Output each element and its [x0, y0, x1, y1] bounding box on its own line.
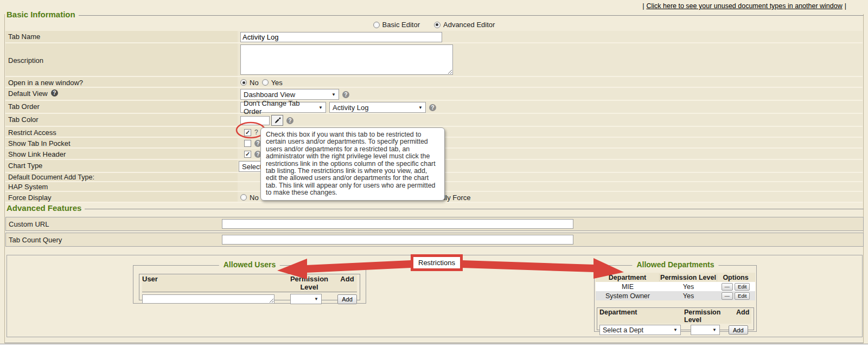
default-view-label: Default View [8, 89, 48, 98]
tab-order-row: Tab Order Don't Change Tab Order ▼ Activ… [5, 101, 863, 114]
force-display-no-option[interactable]: No [240, 194, 259, 202]
force-display-label: Force Display [5, 192, 238, 202]
chart-type-label: Chart Type [5, 160, 238, 172]
show-tab-in-pocket-label: Show Tab In Pocket [5, 138, 238, 147]
table-row: MIE Yes — Edit [596, 282, 755, 291]
tab-color-label: Tab Color [5, 114, 238, 126]
add-department-input-row: Select a Dept ▼ ▼ Add [599, 325, 751, 335]
allowed-departments-table: Department Permission Level Options MIE … [596, 273, 755, 300]
department-column-header: Department [596, 274, 660, 281]
tab-count-query-row: Tab Count Query [5, 233, 864, 247]
show-link-header-label: Show Link Header [5, 149, 238, 159]
top-link-bar: |Click here to see your unused document … [640, 2, 848, 10]
advanced-editor-radio[interactable] [434, 22, 441, 28]
pipe-separator: | [642, 2, 644, 10]
edit-department-button[interactable]: Edit [735, 292, 750, 300]
open-window-yes-radio[interactable] [262, 79, 269, 86]
table-row: System Owner Yes — Edit [596, 291, 755, 300]
add-user-button[interactable]: Add [337, 294, 357, 304]
basic-editor-label: Basic Editor [382, 21, 420, 29]
default-view-row: Default View ? Dashboard View ▼ ? [5, 88, 863, 101]
department-select-value: Select a Dept [603, 326, 643, 334]
help-icon[interactable]: ? [342, 91, 349, 98]
allowed-users-table: User Permission Level Add ▼ Add [139, 274, 360, 300]
unused-document-types-link[interactable]: Click here to see your unused document t… [646, 2, 842, 10]
checkmark-icon: ✓ [245, 151, 250, 157]
open-window-no-radio[interactable] [240, 79, 247, 86]
user-permission-select[interactable]: ▼ [290, 294, 322, 304]
open-new-window-label: Open in a new window? [5, 77, 238, 87]
default-document-add-type-label: Default Document Add Type: [5, 173, 238, 181]
eyedropper-icon [273, 117, 282, 125]
custom-url-row: Custom URL [5, 217, 864, 231]
restrict-access-label: Restrict Access [5, 127, 238, 137]
department-cell: System Owner [596, 292, 660, 300]
open-window-yes-option[interactable]: Yes [262, 79, 283, 87]
tab-count-query-input[interactable] [222, 235, 573, 245]
description-textarea[interactable] [240, 44, 453, 75]
color-picker-button[interactable] [271, 115, 283, 126]
default-view-value: Dashboard View [244, 91, 295, 99]
force-display-no-label: No [250, 194, 259, 202]
tab-name-input[interactable] [240, 32, 442, 42]
permission-level-column-header: Permission Level [660, 274, 717, 281]
tab-order-mode-select[interactable]: Don't Change Tab Order ▼ [240, 102, 326, 113]
permission-cell: Yes [660, 292, 717, 300]
description-row: Description [5, 43, 863, 77]
allowed-departments-panel: Allowed Departments Department Permissio… [594, 265, 757, 332]
department-select[interactable]: Select a Dept ▼ [599, 325, 681, 335]
dropdown-arrow-icon: ▼ [673, 327, 678, 332]
default-view-select[interactable]: Dashboard View ▼ [240, 89, 339, 100]
section-title: Advanced Features [4, 203, 85, 213]
advanced-editor-option[interactable]: Advanced Editor [434, 21, 495, 29]
add-department-button[interactable]: Add [729, 325, 748, 335]
basic-information-section-header: Basic Information [4, 10, 864, 19]
remove-department-button[interactable]: — [722, 292, 733, 300]
tab-order-target-select[interactable]: Activity Log ▼ [329, 102, 426, 113]
remove-department-button[interactable]: — [722, 283, 733, 291]
tab-editor-page: |Click here to see your unused document … [0, 0, 868, 347]
restrict-access-help[interactable]: ? [254, 128, 258, 136]
restrictions-callout: Restrictions [411, 254, 463, 271]
allowed-users-title: Allowed Users [219, 260, 280, 269]
dropdown-arrow-icon: ▼ [331, 92, 336, 97]
restrict-access-tooltip: Check this box if you want this tab to b… [260, 127, 445, 201]
section-title: Basic Information [4, 10, 79, 19]
restrict-access-checkbox[interactable]: ✓ [244, 129, 251, 136]
user-column-header: User [142, 275, 281, 291]
add-column-header: Add [736, 309, 751, 324]
chart-type-value: Select [242, 163, 261, 171]
edit-department-button[interactable]: Edit [735, 283, 750, 291]
tab-order-label: Tab Order [5, 101, 238, 113]
tab-order-target-value: Activity Log [333, 104, 368, 112]
user-input[interactable] [142, 294, 275, 304]
dropdown-arrow-icon: ▼ [712, 327, 717, 332]
force-display-no-radio[interactable] [240, 194, 247, 201]
hap-system-label: HAP System [5, 182, 238, 191]
section-rule [79, 15, 864, 16]
description-label: Description [5, 43, 238, 76]
help-icon[interactable]: ? [429, 104, 436, 111]
open-window-no-option[interactable]: No [240, 79, 259, 87]
tab-name-label: Tab Name [5, 31, 238, 42]
permission-level-column-header: Permission Level [281, 275, 337, 291]
basic-editor-radio[interactable] [373, 22, 380, 28]
department-permission-select[interactable]: ▼ [691, 325, 720, 335]
department-cell: MIE [596, 283, 660, 291]
add-department-table: Department Permission Level Add Select a… [597, 307, 754, 330]
basic-editor-option[interactable]: Basic Editor [373, 21, 420, 29]
tab-order-mode-value: Don't Change Tab Order [244, 99, 314, 115]
dropdown-arrow-icon: ▼ [318, 105, 323, 110]
section-rule [85, 209, 864, 209]
editor-mode-toggle: Basic Editor Advanced Editor [0, 21, 868, 29]
allowed-departments-title: Allowed Departments [632, 260, 718, 269]
dropdown-arrow-icon: ▼ [314, 297, 318, 301]
custom-url-input[interactable] [222, 219, 573, 229]
permission-level-column-header: Permission Level [684, 309, 736, 324]
help-icon[interactable]: ? [286, 117, 293, 124]
help-icon[interactable]: ? [51, 89, 58, 97]
show-tab-in-pocket-checkbox[interactable] [244, 140, 251, 147]
tab-color-input[interactable] [240, 116, 270, 125]
options-column-header: Options [717, 274, 754, 281]
show-link-header-checkbox[interactable]: ✓ [244, 151, 251, 158]
